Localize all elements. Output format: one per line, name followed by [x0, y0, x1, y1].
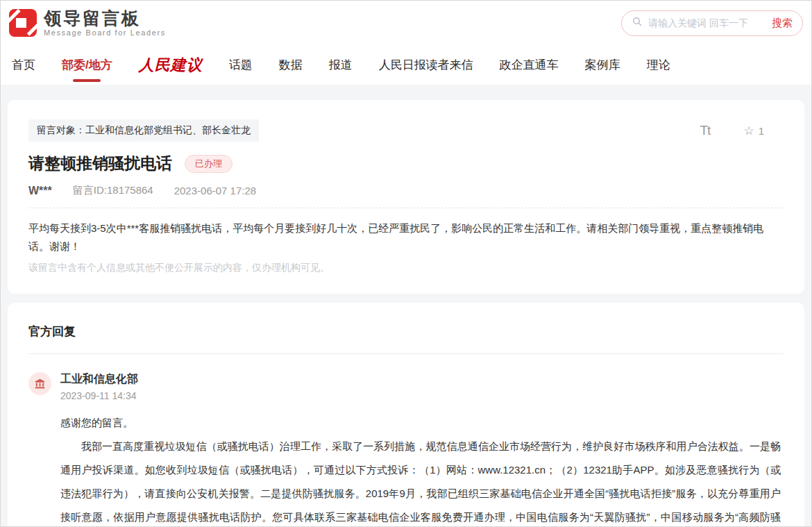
reply-org-row: 工业和信息化部 2023-09-11 14:34 — [28, 372, 784, 401]
message-body: 平均每天接到3-5次中***客服推销骚扰电话，平均每个月要接到好几十次，已经严重… — [28, 219, 784, 255]
message-meta: W*** 留言ID:18175864 2023-06-07 17:28 — [28, 184, 784, 197]
nav-item-readers-letters[interactable]: 人民日报读者来信 — [379, 57, 473, 73]
nav-item-home[interactable]: 首页 — [12, 57, 35, 73]
nav-item-reports[interactable]: 报道 — [329, 57, 353, 73]
search-icon — [632, 16, 643, 30]
search-input[interactable] — [648, 17, 772, 28]
government-building-icon — [34, 378, 46, 390]
site-header: 领导留言板 Message Board for Leaders 搜索 — [1, 1, 811, 45]
site-logo[interactable]: 领导留言板 Message Board for Leaders — [9, 9, 166, 37]
logo-icon — [9, 9, 37, 37]
message-tools: Tt ☆ 1 — [700, 123, 764, 138]
reply-section-title: 官方回复 — [28, 324, 784, 340]
logo-text: 领导留言板 Message Board for Leaders — [44, 9, 166, 37]
message-card: 留言对象：工业和信息化部党组书记、部长金壮龙 Tt ☆ 1 请整顿推销骚扰电话 … — [8, 100, 804, 294]
favorite-count: 1 — [759, 125, 764, 137]
reply-paragraph: 感谢您的留言。 — [60, 411, 781, 435]
reply-datetime: 2023-09-11 14:34 — [60, 390, 138, 401]
main-content: 留言对象：工业和信息化部党组书记、部长金壮龙 Tt ☆ 1 请整顿推销骚扰电话 … — [1, 85, 811, 526]
reply-org-info: 工业和信息化部 2023-09-11 14:34 — [60, 372, 138, 401]
favorite-button[interactable]: ☆ 1 — [743, 124, 764, 138]
nav-item-theory[interactable]: 理论 — [647, 57, 670, 73]
message-datetime: 2023-06-07 17:28 — [174, 185, 256, 196]
message-card-toolbar: 留言对象：工业和信息化部党组书记、部长金壮龙 Tt ☆ 1 — [28, 119, 784, 142]
main-nav: 首页 部委/地方 人民建议 话题 数据 报道 人民日报读者来信 政企直通车 案例… — [1, 45, 811, 85]
reply-body: 感谢您的留言。 我部一直高度重视垃圾短信（或骚扰电话）治理工作，采取了一系列措施… — [60, 411, 784, 526]
logo-subtitle: Message Board for Leaders — [44, 28, 166, 37]
org-name: 工业和信息化部 — [60, 372, 138, 387]
reply-card: 官方回复 工业和信息化部 2023-09-11 14:34 — [8, 303, 804, 526]
search-button[interactable]: 搜索 — [772, 17, 793, 30]
search-box: 搜索 — [621, 10, 803, 36]
reply-paragraph: 我部一直高度重视垃圾短信（或骚扰电话）治理工作，采取了一系列措施，规范信息通信企… — [60, 435, 781, 526]
page: 领导留言板 Message Board for Leaders 搜索 首页 部委… — [0, 0, 812, 527]
logo-title: 领导留言板 — [44, 9, 166, 27]
nav-item-gov-enterprise-line[interactable]: 政企直通车 — [500, 57, 559, 73]
reply-divider — [28, 353, 784, 354]
message-title: 请整顿推销骚扰电话 — [28, 153, 172, 174]
dashed-divider — [28, 208, 784, 208]
status-badge: 已办理 — [185, 155, 232, 173]
nav-item-ministries-regions[interactable]: 部委/地方 — [62, 57, 112, 73]
font-size-icon[interactable]: Tt — [700, 123, 711, 138]
message-title-row: 请整顿推销骚扰电话 已办理 — [28, 153, 784, 174]
org-avatar — [28, 372, 51, 395]
nav-item-peoples-suggestions[interactable]: 人民建议 — [139, 55, 203, 76]
message-id: 留言ID:18175864 — [73, 184, 153, 197]
star-icon: ☆ — [743, 124, 754, 138]
author-name: W*** — [28, 185, 52, 197]
nav-item-data[interactable]: 数据 — [279, 57, 303, 73]
nav-item-topics[interactable]: 话题 — [229, 57, 253, 73]
message-target-tag: 留言对象：工业和信息化部党组书记、部长金壮龙 — [28, 119, 259, 142]
nav-item-case-library[interactable]: 案例库 — [585, 57, 620, 73]
privacy-note: 该留言中含有个人信息或其他不便公开展示的内容，仅办理机构可见。 — [28, 262, 784, 274]
